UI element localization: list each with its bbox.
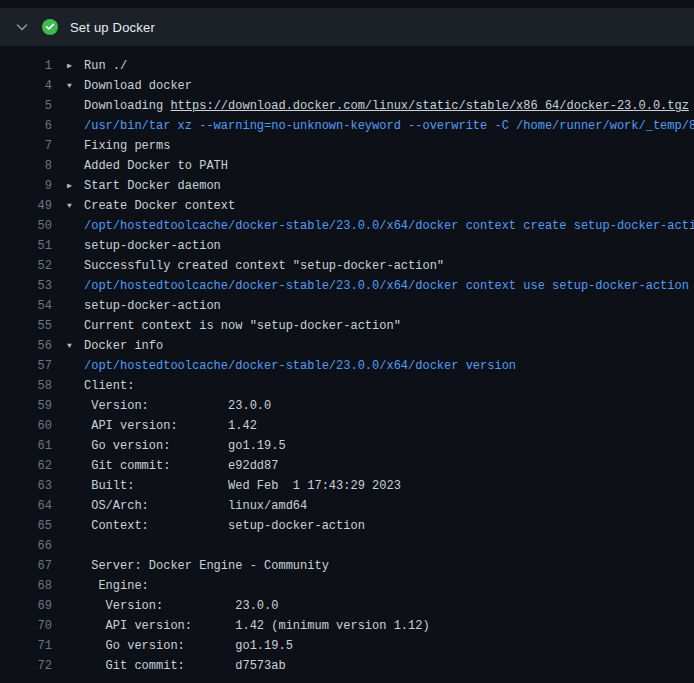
log-line: 70 API version: 1.42 (minimum version 1.… (0, 616, 694, 636)
log-text: Client: (82, 376, 694, 396)
line-number[interactable]: 63 (0, 476, 52, 496)
log-text: Engine: (82, 576, 694, 596)
group-arrow-icon (52, 276, 82, 296)
group-arrow-icon (52, 236, 82, 256)
line-number[interactable]: 69 (0, 596, 52, 616)
line-number[interactable]: 6 (0, 116, 52, 136)
log-text: Context: setup-docker-action (82, 516, 694, 536)
line-number[interactable]: 62 (0, 456, 52, 476)
group-collapsed-icon[interactable]: ▶ (52, 176, 82, 196)
line-number[interactable]: 53 (0, 276, 52, 296)
line-number[interactable]: 52 (0, 256, 52, 276)
line-number[interactable]: 67 (0, 556, 52, 576)
step-title: Set up Docker (70, 20, 155, 35)
log-text-prefix: Downloading (84, 99, 170, 113)
line-number[interactable]: 9 (0, 176, 52, 196)
line-number[interactable]: 57 (0, 356, 52, 376)
log-text: /usr/bin/tar xz --warning=no-unknown-key… (82, 116, 694, 136)
group-arrow-icon (52, 516, 82, 536)
log-lines: 1 ▶ Run ./ 4 ▼ Download docker 5 Downloa… (0, 46, 694, 676)
log-line: 68 Engine: (0, 576, 694, 596)
log-text: Start Docker daemon (82, 176, 694, 196)
log-line: 55 Current context is now "setup-docker-… (0, 316, 694, 336)
log-text: Go version: go1.19.5 (82, 636, 694, 656)
group-arrow-icon (52, 256, 82, 276)
group-arrow-icon (52, 616, 82, 636)
log-text: Git commit: d7573ab (82, 656, 694, 676)
log-text: /opt/hostedtoolcache/docker-stable/23.0.… (82, 276, 694, 296)
log-text: OS/Arch: linux/amd64 (82, 496, 694, 516)
line-number[interactable]: 51 (0, 236, 52, 256)
log-line: 8 Added Docker to PATH (0, 156, 694, 176)
line-number[interactable]: 49 (0, 196, 52, 216)
group-arrow-icon (52, 596, 82, 616)
line-number[interactable]: 71 (0, 636, 52, 656)
group-arrow-icon (52, 156, 82, 176)
log-text: Version: 23.0.0 (82, 596, 694, 616)
log-text: setup-docker-action (82, 236, 694, 256)
line-number[interactable]: 61 (0, 436, 52, 456)
group-arrow-icon (52, 496, 82, 516)
group-collapsed-icon[interactable]: ▶ (52, 56, 82, 76)
log-line[interactable]: 4 ▼ Download docker (0, 76, 694, 96)
log-line: 65 Context: setup-docker-action (0, 516, 694, 536)
log-line: 71 Go version: go1.19.5 (0, 636, 694, 656)
group-expanded-icon[interactable]: ▼ (52, 76, 82, 96)
log-text: Go version: go1.19.5 (82, 436, 694, 456)
group-arrow-icon (52, 376, 82, 396)
log-text: Fixing perms (82, 136, 694, 156)
line-number[interactable]: 70 (0, 616, 52, 636)
line-number[interactable]: 7 (0, 136, 52, 156)
group-arrow-icon (52, 356, 82, 376)
line-number[interactable]: 66 (0, 536, 52, 556)
line-number[interactable]: 68 (0, 576, 52, 596)
log-line: 67 Server: Docker Engine - Community (0, 556, 694, 576)
group-arrow-icon (52, 536, 82, 556)
log-line[interactable]: 9 ▶ Start Docker daemon (0, 176, 694, 196)
line-number[interactable]: 56 (0, 336, 52, 356)
log-text: Docker info (82, 336, 694, 356)
log-line: 7 Fixing perms (0, 136, 694, 156)
log-line: 60 API version: 1.42 (0, 416, 694, 436)
line-number[interactable]: 59 (0, 396, 52, 416)
line-number[interactable]: 72 (0, 656, 52, 676)
log-line: 66 (0, 536, 694, 556)
line-number[interactable]: 54 (0, 296, 52, 316)
line-number[interactable]: 58 (0, 376, 52, 396)
group-arrow-icon (52, 416, 82, 436)
step-header[interactable]: Set up Docker (0, 8, 694, 46)
line-number[interactable]: 60 (0, 416, 52, 436)
log-text: API version: 1.42 (minimum version 1.12) (82, 616, 694, 636)
log-text: Current context is now "setup-docker-act… (82, 316, 694, 336)
line-number[interactable]: 5 (0, 96, 52, 116)
line-number[interactable]: 55 (0, 316, 52, 336)
line-number[interactable]: 50 (0, 216, 52, 236)
log-line[interactable]: 56 ▼ Docker info (0, 336, 694, 356)
line-number[interactable]: 1 (0, 56, 52, 76)
chevron-down-icon[interactable] (14, 19, 30, 35)
line-number[interactable]: 4 (0, 76, 52, 96)
log-text: API version: 1.42 (82, 416, 694, 436)
group-expanded-icon[interactable]: ▼ (52, 196, 82, 216)
log-line: 62 Git commit: e92dd87 (0, 456, 694, 476)
log-line: 53 /opt/hostedtoolcache/docker-stable/23… (0, 276, 694, 296)
group-arrow-icon (52, 96, 82, 116)
group-expanded-icon[interactable]: ▼ (52, 336, 82, 356)
line-number[interactable]: 65 (0, 516, 52, 536)
group-arrow-icon (52, 316, 82, 336)
log-text: /opt/hostedtoolcache/docker-stable/23.0.… (82, 216, 694, 236)
log-link[interactable]: https://download.docker.com/linux/static… (170, 99, 688, 113)
log-line: 51 setup-docker-action (0, 236, 694, 256)
log-text: /opt/hostedtoolcache/docker-stable/23.0.… (82, 356, 694, 376)
log-text: Git commit: e92dd87 (82, 456, 694, 476)
line-number[interactable]: 64 (0, 496, 52, 516)
log-line: 63 Built: Wed Feb 1 17:43:29 2023 (0, 476, 694, 496)
log-text: Run ./ (82, 56, 694, 76)
group-arrow-icon (52, 216, 82, 236)
group-arrow-icon (52, 476, 82, 496)
log-line[interactable]: 1 ▶ Run ./ (0, 56, 694, 76)
log-line[interactable]: 49 ▼ Create Docker context (0, 196, 694, 216)
log-text: Built: Wed Feb 1 17:43:29 2023 (82, 476, 694, 496)
log-text: setup-docker-action (82, 296, 694, 316)
line-number[interactable]: 8 (0, 156, 52, 176)
